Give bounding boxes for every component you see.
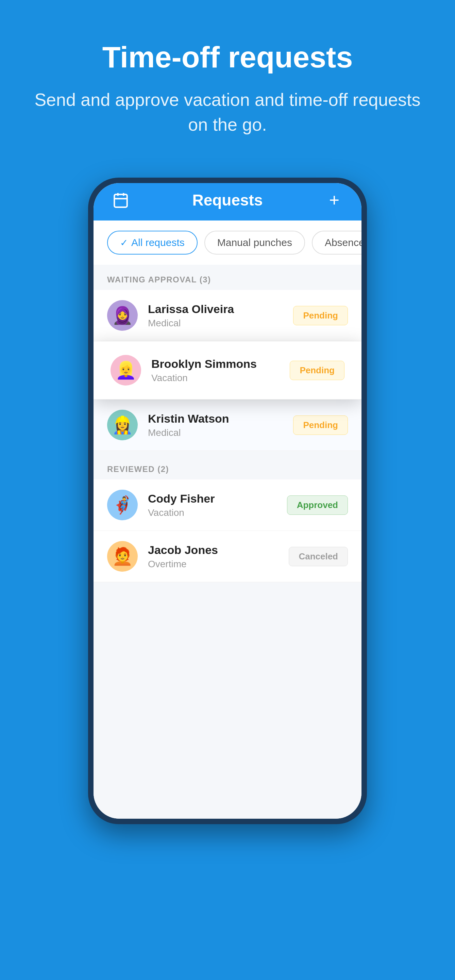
status-badge-brooklyn: Pending bbox=[290, 361, 344, 380]
avatar-larissa: 🧕 bbox=[107, 300, 138, 331]
list-item-jacob[interactable]: 🧑‍🦰 Jacob Jones Overtime Canceled bbox=[94, 531, 361, 582]
item-info-cody: Cody Fisher Vacation bbox=[148, 492, 277, 518]
item-type-brooklyn: Vacation bbox=[151, 372, 279, 383]
hero-title: Time-off requests bbox=[27, 41, 428, 74]
item-type-kristin: Medical bbox=[148, 427, 283, 438]
calendar-icon bbox=[111, 190, 131, 210]
filter-tabs: ✓ All requests Manual punches Absence bbox=[94, 221, 361, 265]
waiting-approval-header: WAITING APPROVAL (3) bbox=[94, 265, 361, 290]
status-badge-larissa: Pending bbox=[293, 306, 348, 325]
header-title: Requests bbox=[192, 191, 263, 209]
avatar-kristin: 👷‍♀️ bbox=[107, 410, 138, 440]
filter-absence-label: Absence bbox=[325, 237, 361, 248]
list-item-cody[interactable]: 🦸‍♂️ Cody Fisher Vacation Approved bbox=[94, 479, 361, 531]
item-type-larissa: Medical bbox=[148, 318, 283, 329]
item-name-jacob: Jacob Jones bbox=[148, 543, 279, 557]
app-header: Requests + bbox=[94, 183, 361, 221]
item-type-cody: Vacation bbox=[148, 508, 277, 518]
item-name-kristin: Kristin Watson bbox=[148, 412, 283, 425]
item-info-brooklyn: Brooklyn Simmons Vacation bbox=[151, 357, 279, 383]
status-badge-cody: Approved bbox=[287, 495, 348, 515]
avatar-cody: 🦸‍♂️ bbox=[107, 490, 138, 520]
filter-manual-label: Manual punches bbox=[217, 237, 292, 248]
hero-subtitle: Send and approve vacation and time-off r… bbox=[27, 88, 428, 137]
svg-rect-0 bbox=[114, 195, 127, 208]
check-icon: ✓ bbox=[120, 237, 128, 248]
item-name-larissa: Larissa Oliveira bbox=[148, 302, 283, 316]
avatar-jacob: 🧑‍🦰 bbox=[107, 541, 138, 572]
hero-section: Time-off requests Send and approve vacat… bbox=[0, 0, 455, 157]
reviewed-header: REVIEWED (2) bbox=[94, 454, 361, 479]
item-name-cody: Cody Fisher bbox=[148, 492, 277, 505]
list-item-larissa[interactable]: 🧕 Larissa Oliveira Medical Pending bbox=[94, 290, 361, 341]
avatar-brooklyn: 👱‍♀️ bbox=[111, 355, 141, 385]
phone-outer: Requests + ✓ All requests Manual punches… bbox=[88, 178, 367, 824]
item-info-jacob: Jacob Jones Overtime bbox=[148, 543, 279, 570]
list-item-brooklyn[interactable]: 👱‍♀️ Brooklyn Simmons Vacation Pending bbox=[94, 341, 361, 399]
item-info-kristin: Kristin Watson Medical bbox=[148, 412, 283, 438]
list-item-brooklyn-wrapper: 👱‍♀️ Brooklyn Simmons Vacation Pending bbox=[94, 341, 361, 399]
phone-inner: Requests + ✓ All requests Manual punches… bbox=[94, 183, 361, 819]
filter-all-requests[interactable]: ✓ All requests bbox=[107, 231, 198, 255]
filter-manual-punches[interactable]: Manual punches bbox=[205, 231, 305, 255]
content-area: ✓ All requests Manual punches Absence WA… bbox=[94, 221, 361, 819]
item-type-jacob: Overtime bbox=[148, 559, 279, 570]
status-badge-jacob: Canceled bbox=[289, 547, 348, 566]
filter-all-label: All requests bbox=[131, 237, 185, 248]
item-name-brooklyn: Brooklyn Simmons bbox=[151, 357, 279, 371]
filter-absence[interactable]: Absence bbox=[312, 231, 361, 255]
item-info-larissa: Larissa Oliveira Medical bbox=[148, 302, 283, 329]
add-button[interactable]: + bbox=[324, 190, 344, 210]
status-badge-kristin: Pending bbox=[293, 415, 348, 435]
phone-mockup: Requests + ✓ All requests Manual punches… bbox=[88, 178, 367, 824]
list-item-kristin[interactable]: 👷‍♀️ Kristin Watson Medical Pending bbox=[94, 399, 361, 451]
